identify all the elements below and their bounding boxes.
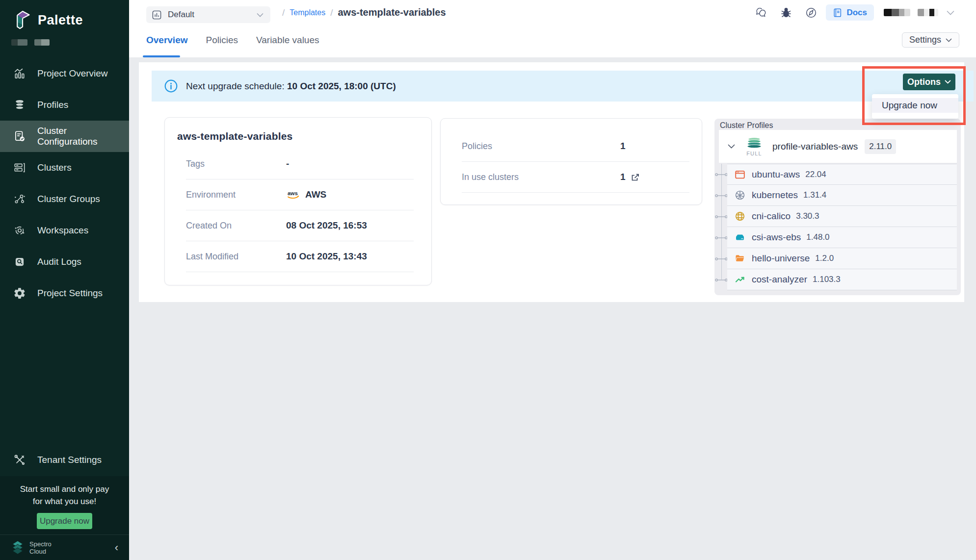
settings-label: Settings <box>909 35 941 45</box>
user-menu-chevron-icon[interactable] <box>947 10 954 15</box>
profile-type-label: FULL <box>746 151 762 156</box>
sidebar-item-workspaces[interactable]: Workspaces <box>0 215 129 246</box>
svg-text:aws: aws <box>288 190 298 196</box>
detail-row-environment: Environment aws AWS <box>186 179 414 210</box>
project-scope-icon <box>152 10 162 20</box>
docs-button[interactable]: Docs <box>826 4 874 21</box>
layer-row-kubernetes[interactable]: kubernetes 1.31.4 <box>727 185 957 206</box>
redacted-block <box>34 39 50 46</box>
bug-report-icon[interactable] <box>780 6 792 19</box>
tree-branch-icon <box>715 193 728 199</box>
breadcrumb-separator: / <box>330 7 333 18</box>
tab-variable-values[interactable]: Variable values <box>256 35 319 46</box>
tab-policies[interactable]: Policies <box>206 35 238 46</box>
breadcrumb: / Templates / aws-template-variables <box>282 0 446 25</box>
cluster-profiles-panel: Cluster Profiles FULL <box>714 119 961 295</box>
brand-name: Palette <box>38 13 83 28</box>
sidebar-item-profiles[interactable]: Profiles <box>0 89 129 121</box>
sidebar-item-tenant-settings[interactable]: Tenant Settings <box>0 444 129 476</box>
usage-card: Policies 1 In use clusters 1 <box>440 118 702 205</box>
sidebar-item-label: Clusters <box>37 162 72 173</box>
template-overview-card: aws-template-variables Tags - Environmen… <box>164 117 432 285</box>
options-button[interactable]: Options <box>903 74 955 90</box>
aws-logo-icon: aws <box>286 190 301 200</box>
promo-text: Start small and only pay for what you us… <box>0 483 129 508</box>
sidebar-item-project-overview[interactable]: Project Overview <box>0 58 129 89</box>
sidebar-upgrade-now-button[interactable]: Upgrade now <box>37 513 92 529</box>
detail-row-last-modified: Last Modified 10 Oct 2025, 13:43 <box>186 241 414 272</box>
folder-icon <box>735 253 745 264</box>
sidebar-item-project-settings[interactable]: Project Settings <box>0 278 129 309</box>
template-details: Tags - Environment aws AW <box>186 149 414 272</box>
sidebar-item-cluster-groups[interactable]: Cluster Groups <box>0 183 129 215</box>
sidebar-footer: Spectro Cloud ‹ <box>0 535 129 560</box>
upgrade-schedule-banner: Next upgrade schedule: 10 Oct 2025, 18:0… <box>152 71 974 102</box>
bar-chart-icon <box>13 67 26 80</box>
sidebar-item-label: Project Overview <box>37 68 108 79</box>
tabs-row: Overview Policies Variable values Settin… <box>129 25 976 57</box>
usage-row-in-use-clusters: In use clusters 1 <box>462 162 689 193</box>
layers-stack-icon <box>13 99 26 111</box>
environment-value: AWS <box>305 189 326 200</box>
redacted-user-info <box>884 9 938 16</box>
redacted-block <box>884 9 910 16</box>
project-selector-value: Default <box>168 10 194 20</box>
project-selector[interactable]: Default <box>146 6 270 23</box>
tree-branch-icon <box>715 256 728 262</box>
sidebar-item-label: Workspaces <box>37 225 88 236</box>
layer-row-hello-universe[interactable]: hello-universe 1.2.0 <box>727 248 957 269</box>
tree-connector-line <box>721 164 722 280</box>
layer-row-cost-analyzer[interactable]: cost-analyzer 1.103.3 <box>727 269 957 290</box>
usage-row-policies: Policies 1 <box>462 131 689 162</box>
in-use-clusters-count: 1 <box>620 172 626 182</box>
docs-label: Docs <box>846 8 867 18</box>
globe-icon <box>735 211 745 222</box>
sidebar-item-clusters[interactable]: Clusters <box>0 152 129 183</box>
palette-logo: Palette <box>14 10 83 30</box>
profile-layers-list: ubuntu-aws 22.04 <box>727 164 957 290</box>
compass-help-icon[interactable] <box>805 6 818 19</box>
storage-drive-icon <box>735 232 745 243</box>
spectro-cloud-name: Spectro Cloud <box>29 540 52 555</box>
redacted-block <box>918 9 938 16</box>
spectro-cloud-logo <box>11 540 25 555</box>
layer-row-ubuntu-aws[interactable]: ubuntu-aws 22.04 <box>727 164 957 185</box>
tab-overview[interactable]: Overview <box>146 35 188 46</box>
sidebar-item-audit-logs[interactable]: Audit Logs <box>0 246 129 278</box>
chat-feedback-icon[interactable] <box>755 6 767 19</box>
sidebar-item-label: Cluster Configurations <box>37 126 129 147</box>
upgrade-promo: Start small and only pay for what you us… <box>0 476 129 535</box>
detail-row-tags: Tags - <box>186 149 414 179</box>
tree-branch-icon <box>715 277 728 283</box>
profile-header-row[interactable]: FULL profile-variables-aws 2.11.0 <box>719 130 957 163</box>
breadcrumb-link-templates[interactable]: Templates <box>290 8 325 17</box>
log-magnifier-icon <box>13 255 26 268</box>
sidebar-item-label: Tenant Settings <box>37 455 102 465</box>
sidebar-item-cluster-configurations[interactable]: Cluster Configurations <box>0 121 129 152</box>
orbit-circles-icon <box>13 224 26 237</box>
menu-item-upgrade-now[interactable]: Upgrade now <box>872 98 958 113</box>
palette-logo-icon <box>14 10 31 30</box>
trend-up-icon <box>735 274 745 285</box>
profile-name: profile-variables-aws <box>772 141 858 152</box>
chevron-down-icon[interactable] <box>728 144 735 149</box>
content-area: Next upgrade schedule: 10 Oct 2025, 18:0… <box>129 57 976 560</box>
info-icon <box>164 79 178 93</box>
options-dropdown-menu: Upgrade now <box>872 94 958 119</box>
server-stack-icon <box>13 161 26 174</box>
layer-row-csi-aws-ebs[interactable]: csi-aws-ebs 1.48.0 <box>727 227 957 248</box>
settings-button[interactable]: Settings <box>902 32 959 48</box>
banner-datetime: 10 Oct 2025, 18:00 (UTC) <box>287 81 396 91</box>
sidebar-collapse-button[interactable]: ‹ <box>115 542 118 553</box>
tree-branch-icon <box>715 235 728 241</box>
tabs: Overview Policies Variable values <box>146 25 319 55</box>
main-area: Default / Templates / aws-template-varia… <box>129 0 976 560</box>
sidebar-item-label: Project Settings <box>37 288 103 299</box>
overview-panel: Next upgrade schedule: 10 Oct 2025, 18:0… <box>139 62 964 302</box>
external-link-icon[interactable] <box>630 172 640 182</box>
chevron-down-icon <box>946 38 952 42</box>
crossed-tools-icon <box>13 454 26 466</box>
layer-row-cni-calico[interactable]: cni-calico 3.30.3 <box>727 206 957 227</box>
banner-text: Next upgrade schedule: 10 Oct 2025, 18:0… <box>186 81 396 92</box>
sidebar-item-label: Audit Logs <box>37 256 81 267</box>
